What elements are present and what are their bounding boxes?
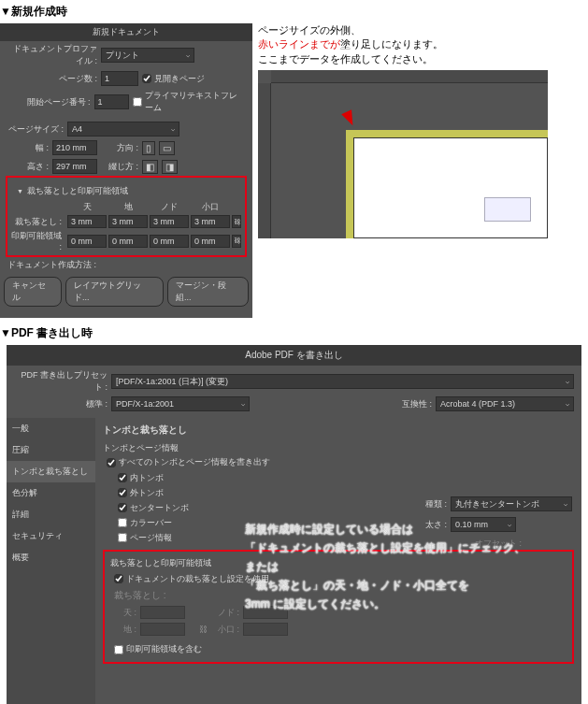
heading-pdf: ▼PDF 書き出し時 [0,325,588,341]
weight-label: 太さ : [419,519,447,531]
sidebar-item-security[interactable]: セキュリティ [7,525,95,547]
width-label: 幅 : [7,142,49,154]
pdf-sidebar: 一般 圧縮 トンボと裁ち落とし 色分解 詳細 セキュリティ 概要 [7,418,95,704]
orientation-landscape-icon[interactable]: ▭ [159,141,175,155]
sidebar-item-output[interactable]: 色分解 [7,482,95,504]
page-area [353,137,548,238]
new-doc-title: 新規ドキュメント [0,23,252,41]
preset-label: PDF 書き出しプリセット : [14,369,108,394]
bleed-row-label: 裁ち落とし : [9,216,65,228]
bleed-label: 裁ち落とし : [114,590,166,600]
profile-select[interactable]: プリント⌵ [101,48,194,63]
orientation-portrait-icon[interactable]: ▯ [142,141,155,155]
bleed-inside-label: ノド : [211,607,239,619]
bleed-top-label: 天 : [114,607,136,619]
standard-select[interactable]: PDF/X-1a:2001⌵ [111,396,250,411]
slug-top-input[interactable]: 0 mm [67,235,107,248]
col-bottom: 地 [108,201,148,213]
profile-label: ドキュメントプロファイル : [7,43,97,67]
preview-annotation: ページサイズの外側、 赤いラインまでが塗り足しになります。 ここまでデータを作成… [258,23,588,66]
margin-columns-button[interactable]: マージン・段組... [167,277,249,307]
chevron-down-icon: ⌵ [171,125,175,133]
page-preview [258,70,548,238]
marks-subheader: トンボとページ情報 [103,442,574,454]
include-slug-checkbox[interactable]: 印刷可能領域を含む [114,643,202,655]
use-doc-bleed-checkbox[interactable]: ドキュメントの裁ち落とし設定を使用 [114,573,269,585]
bleed-subheader: 裁ち落としと印刷可能領域 [110,557,566,569]
pages-input[interactable]: 1 [101,71,138,86]
bleed-outside-input[interactable]: 3 mm [191,215,230,228]
offset-label: オフセット : [475,538,572,550]
all-marks-checkbox[interactable]: すべてのトンボとページ情報を書き出す [107,456,270,468]
ruler-top [271,70,548,83]
binding-right-icon[interactable]: ◨ [162,160,178,174]
height-input[interactable]: 297 mm [52,159,97,174]
binding-label: 綴じ方 : [101,161,138,173]
sidebar-item-summary[interactable]: 概要 [7,547,95,568]
bleed-top-input [140,606,185,619]
triangle-down-icon[interactable]: ▼ [17,188,23,194]
chevron-down-icon: ⌵ [564,500,567,508]
chevron-down-icon: ⌵ [566,378,569,385]
col-outside: 小口 [191,201,230,213]
cancel-button[interactable]: キャンセル [4,277,62,307]
height-label: 高さ : [7,161,49,173]
standard-label: 標準 : [14,398,108,410]
ruler-left [258,83,271,238]
pdf-export-dialog: Adobe PDF を書き出し PDF 書き出しプリセット : [PDF/X-1… [7,345,581,704]
startpage-input[interactable]: 1 [94,94,130,109]
slug-row-label: 印刷可能領域 : [9,230,65,251]
slug-outside-input[interactable]: 0 mm [191,235,230,248]
arrow-icon [341,109,358,128]
col-inside: ノド [150,201,189,213]
bleed-top-input[interactable]: 3 mm [67,215,107,228]
chevron-down-icon: ⌵ [508,521,511,528]
bleed-bottom-label: 地 : [114,624,136,636]
compat-select[interactable]: Acrobat 4 (PDF 1.3)⌵ [436,396,574,411]
weight-select[interactable]: 0.10 mm⌵ [451,517,516,532]
bleed-outside-input [243,623,288,636]
compat-label: 互換性 : [402,398,432,410]
sidebar-item-marks[interactable]: トンボと裁ち落とし [7,461,95,482]
link-icon[interactable]: ⛓ [232,235,241,248]
slug-inside-input[interactable]: 0 mm [150,235,189,248]
bleed-highlight-pdf: 裁ち落としと印刷可能領域 ドキュメントの裁ち落とし設定を使用 裁ち落とし : 天… [103,550,574,664]
pagesize-label: ページサイズ : [7,123,64,136]
chevron-down-icon: ⌵ [566,400,569,408]
method-label: ドキュメント作成方法 : [0,257,252,273]
link-icon: ⛓ [198,625,208,634]
bleed-inside-input [243,606,288,619]
bleed-area [346,130,548,238]
sidebar-item-advanced[interactable]: 詳細 [7,504,95,525]
bleed-highlight: ▼裁ち落としと印刷可能領域 天 地 ノド 小口 裁ち落とし : 3 mm 3 m… [6,176,247,257]
pages-label: ページ数 : [7,73,97,85]
bleed-inside-input[interactable]: 3 mm [150,215,189,228]
preset-select[interactable]: [PDF/X-1a:2001 (日本)] (変更)⌵ [111,374,574,389]
link-icon[interactable]: ⛓ [232,215,241,228]
main-header: トンボと裁ち落とし [103,424,574,437]
bleed-header: 裁ち落としと印刷可能領域 [27,185,128,197]
bleed-outside-label: 小口 : [211,624,239,636]
heading-new: ▼新規作成時 [0,4,588,20]
pagesize-select[interactable]: A4⌵ [67,122,179,136]
primary-checkbox[interactable]: プライマリテキストフレーム [133,90,245,114]
pdf-main-panel: トンボと裁ち落とし トンボとページ情報 すべてのトンボとページ情報を書き出す 内… [95,418,581,704]
chevron-down-icon: ⌵ [186,51,190,59]
orientation-label: 方向 : [101,142,138,154]
pdf-title: Adobe PDF を書き出し [7,345,581,366]
bleed-bottom-input[interactable]: 3 mm [108,215,148,228]
chevron-down-icon: ⌵ [241,400,245,408]
crop-marks-checkbox[interactable]: 内トンボ [118,472,574,484]
width-input[interactable]: 210 mm [52,140,97,155]
type-label: 種類 : [419,498,447,510]
new-document-dialog: 新規ドキュメント ドキュメントプロファイル : プリント⌵ ページ数 : 1 見… [0,23,252,318]
sidebar-item-general[interactable]: 一般 [7,418,95,439]
layout-grid-button[interactable]: レイアウトグリッド... [65,277,164,307]
startpage-label: 開始ページ番号 : [7,96,91,108]
sidebar-item-compression[interactable]: 圧縮 [7,439,95,461]
slug-bottom-input[interactable]: 0 mm [108,235,148,248]
type-select[interactable]: 丸付きセンタートンボ⌵ [451,496,572,511]
binding-left-icon[interactable]: ◧ [142,160,158,174]
facing-checkbox[interactable]: 見開きページ [142,73,205,85]
col-top: 天 [67,201,107,213]
